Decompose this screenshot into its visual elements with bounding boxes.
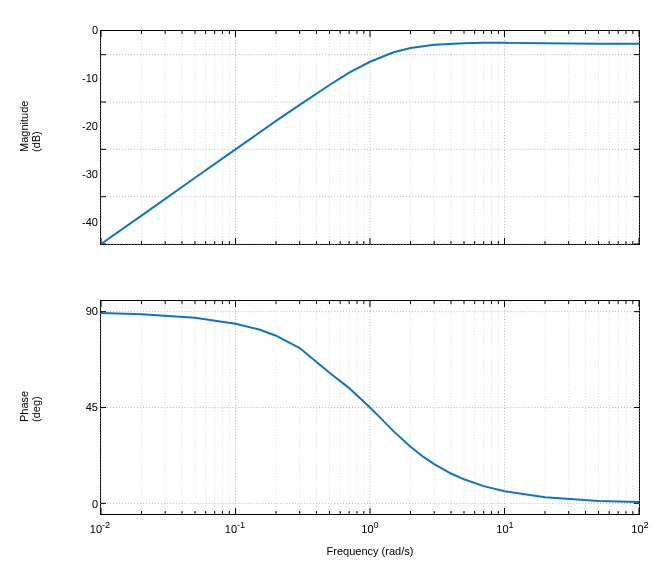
phase-tick-45: 45 bbox=[38, 402, 98, 413]
mag-tick-0: 0 bbox=[38, 25, 98, 36]
x-tick-1e2: 102 bbox=[631, 520, 648, 535]
magnitude-ylabel: Magnitude (dB) bbox=[18, 132, 42, 152]
magnitude-plot bbox=[100, 30, 640, 245]
mag-tick-m10: -10 bbox=[38, 73, 98, 84]
mag-tick-m40: -40 bbox=[38, 217, 98, 228]
x-tick-1e0: 100 bbox=[361, 520, 378, 535]
mag-tick-m20: -20 bbox=[38, 121, 98, 132]
phase-plot bbox=[100, 300, 640, 515]
x-tick-1em2: 10-2 bbox=[90, 520, 110, 535]
phase-tick-90: 90 bbox=[38, 306, 98, 317]
x-tick-1e1: 101 bbox=[496, 520, 513, 535]
phase-tick-0: 0 bbox=[38, 499, 98, 510]
phase-svg bbox=[101, 301, 639, 514]
mag-tick-m30: -30 bbox=[38, 169, 98, 180]
frequency-xlabel: Frequency (rad/s) bbox=[100, 545, 640, 557]
x-tick-1em1: 10-1 bbox=[225, 520, 245, 535]
figure-canvas: Magnitude (dB) Phase (deg) Frequency (ra… bbox=[0, 0, 663, 582]
magnitude-svg bbox=[101, 31, 639, 244]
